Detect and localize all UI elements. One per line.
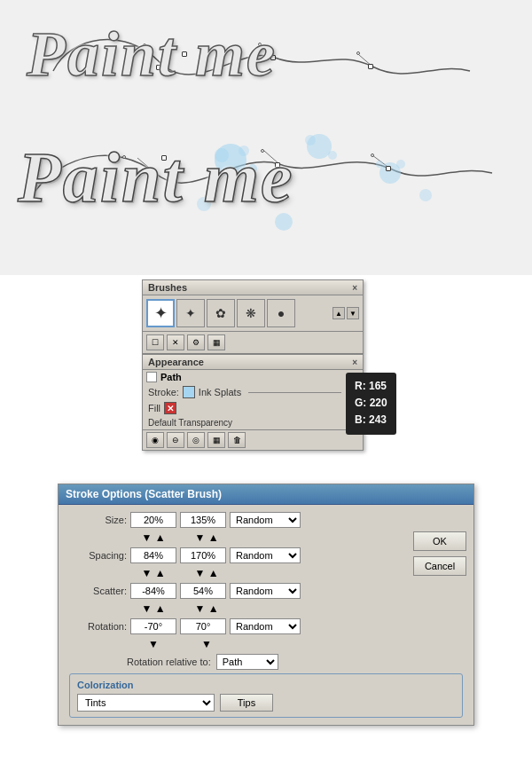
color-tooltip: R: 165 G: 220 B: 243 [346, 373, 396, 435]
stroke-color-swatch[interactable] [183, 386, 195, 398]
appearance-panel-title: Appearance [148, 357, 204, 367]
brush-item-3[interactable]: ✿ [207, 299, 235, 327]
delete-brush-btn[interactable]: ✕ [167, 334, 184, 350]
control-point-6 [371, 153, 374, 157]
spacing-row: Spacing: Random [69, 547, 463, 563]
colorization-section: Colorization Tints Tips [69, 673, 463, 718]
spacing-method-dropdown[interactable]: Random [230, 547, 301, 563]
svg-point-15 [376, 161, 383, 168]
tips-button[interactable]: Tips [220, 694, 273, 712]
fill-row: Fill ✕ [143, 400, 363, 416]
size-min-arrows: ▼ ▲ [130, 531, 176, 544]
svg-point-18 [419, 189, 432, 201]
rotation-label: Rotation: [69, 621, 127, 632]
scatter-arrows: ▼ ▲ ▼ ▲ [130, 602, 463, 615]
path-row: Path [143, 370, 363, 384]
brushes-scroll-up[interactable]: ▲ [332, 307, 345, 319]
brush-item-5[interactable]: ● [267, 299, 295, 327]
scatter-label: Scatter: [69, 586, 127, 596]
appearance-panel-close[interactable]: × [352, 358, 357, 367]
spacing-min-arrows: ▼ ▲ [130, 567, 176, 579]
options-brush-btn[interactable]: ⚙ [187, 334, 205, 350]
dialog-buttons: OK Cancel [413, 531, 466, 576]
rotation-method-dropdown[interactable]: Random [230, 618, 301, 634]
appearance-btn-1[interactable]: ◉ [146, 432, 164, 448]
brushes-grid: ✦ ✦ ✿ ❋ ● ▲ ▼ [143, 295, 363, 332]
stroke-options-body: OK Cancel Size: Random ▼ ▲ ▼ ▲ Spacing: … [59, 505, 473, 725]
scatter-max-arrows: ▼ ▲ [184, 602, 230, 615]
fill-x-mark: ✕ [165, 403, 176, 413]
new-brush-btn[interactable]: ☐ [146, 334, 164, 350]
control-point-3 [356, 51, 360, 55]
paint-me-text-1: Paint me [27, 18, 277, 91]
canvas-area: Paint me Paint me [0, 0, 532, 275]
brushes-panel-close[interactable]: × [352, 283, 357, 293]
brush-item-selected[interactable]: ✦ [146, 299, 175, 327]
brushes-panel-title-right: × [352, 283, 357, 293]
rotation-row: Rotation: Random [69, 618, 463, 634]
appearance-btn-5[interactable]: 🗑 [228, 432, 246, 448]
fill-color-swatch[interactable]: ✕ [164, 402, 176, 414]
brush-item-2[interactable]: ✦ [176, 299, 205, 327]
fill-text-label: Fill [148, 403, 160, 413]
size-label: Size: [69, 515, 127, 525]
stroke-text-label: Stroke: [148, 387, 179, 397]
rotation-max-input[interactable] [180, 618, 226, 634]
rotation-relative-dropdown[interactable]: Path [216, 654, 278, 670]
spacing-min-input[interactable] [130, 547, 176, 563]
appearance-btn-4[interactable]: ▦ [207, 432, 225, 448]
appearance-panel-titlebar: Appearance × [143, 355, 363, 370]
stroke-options-title: Stroke Options (Scatter Brush) [59, 484, 473, 505]
anchor-point-8 [386, 166, 391, 171]
stroke-name: Ink Splats [199, 387, 241, 397]
svg-point-10 [307, 134, 332, 159]
colorization-title: Colorization [77, 680, 455, 690]
appearance-panel-title-right: × [352, 358, 357, 367]
scatter-row: Scatter: Random [69, 583, 463, 599]
color-r: R: 165 [355, 378, 387, 395]
appearance-btn-3[interactable]: ◎ [187, 432, 205, 448]
colorization-row: Tints Tips [77, 694, 455, 712]
brushes-panel-title: Brushes [148, 282, 187, 293]
rotation-arrows: ▼ ▼ [130, 638, 463, 650]
color-g: G: 220 [355, 395, 387, 412]
svg-point-11 [305, 135, 316, 146]
size-max-arrows: ▼ ▲ [184, 531, 230, 544]
rotation-relative-label: Rotation relative to: [127, 657, 211, 667]
menu-brush-btn[interactable]: ▦ [207, 334, 225, 350]
scatter-min-input[interactable] [130, 583, 176, 599]
appearance-panel: Appearance × Path Stroke: Ink Splats Fil… [142, 354, 364, 451]
tints-dropdown[interactable]: Tints [77, 694, 215, 712]
scatter-method-dropdown[interactable]: Random [230, 583, 301, 599]
transparency-row: Default Transparency [143, 416, 363, 429]
brushes-panel: Brushes × ✦ ✦ ✿ ❋ ● ▲ ▼ ☐ ✕ ⚙ ▦ [142, 279, 364, 354]
size-min-input[interactable] [130, 512, 176, 528]
path-label: Path [160, 372, 182, 382]
rotation-min-input[interactable] [130, 618, 176, 634]
transparency-label: Default Transparency [148, 418, 232, 428]
panels-area: Brushes × ✦ ✦ ✿ ❋ ● ▲ ▼ ☐ ✕ ⚙ ▦ Appearan… [142, 279, 364, 451]
cancel-button[interactable]: Cancel [413, 556, 466, 576]
size-max-input[interactable] [180, 512, 226, 528]
brush-item-4[interactable]: ❋ [237, 299, 265, 327]
spacing-max-arrows: ▼ ▲ [184, 567, 230, 579]
scatter-min-arrows: ▼ ▲ [130, 602, 176, 615]
brushes-panel-titlebar: Brushes × [143, 280, 363, 295]
spacing-max-input[interactable] [180, 547, 226, 563]
brushes-scroll-down[interactable]: ▼ [347, 307, 359, 319]
color-b: B: 243 [355, 412, 387, 429]
rotation-relative-row: Rotation relative to: Path [69, 654, 463, 670]
path-checkbox[interactable] [146, 372, 157, 382]
svg-point-12 [328, 151, 337, 160]
scatter-max-input[interactable] [180, 583, 226, 599]
size-method-dropdown[interactable]: Random [230, 512, 301, 528]
rotation-max-arrows: ▼ [184, 638, 230, 650]
svg-point-14 [396, 160, 405, 169]
appearance-btn-2[interactable]: ⊖ [167, 432, 184, 448]
ok-button[interactable]: OK [413, 531, 466, 551]
paint-me-text-2: Paint me [18, 138, 294, 218]
stroke-options-panel: Stroke Options (Scatter Brush) OK Cancel… [58, 484, 474, 726]
anchor-point-4 [368, 64, 373, 69]
rotation-min-arrows: ▼ [130, 638, 176, 650]
spacing-label: Spacing: [69, 550, 127, 561]
